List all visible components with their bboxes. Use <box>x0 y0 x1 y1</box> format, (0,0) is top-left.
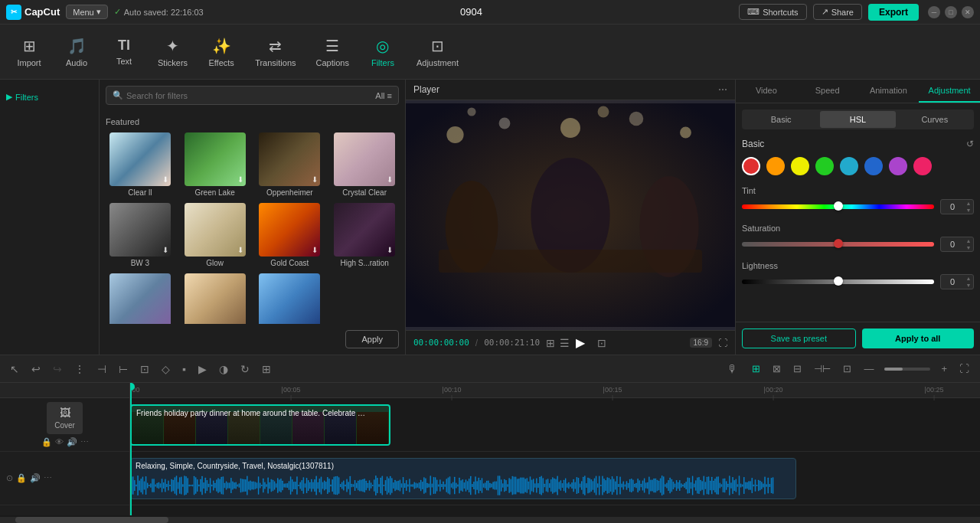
rotate-button[interactable]: ↻ <box>237 361 253 378</box>
video-clip[interactable]: Friends holiday party dinner at home aro… <box>130 404 390 446</box>
grid-view-icon[interactable]: ⊞ <box>546 337 555 349</box>
filter-item-crystalclear[interactable]: ⬇ Crystal Clear <box>330 132 399 197</box>
tl-btn-5[interactable]: ⊡ <box>838 361 856 377</box>
filter-item-extra1[interactable] <box>106 273 175 324</box>
filter-item-extra2[interactable] <box>181 273 250 324</box>
filters-section-header[interactable]: ▶ Filters <box>6 89 93 105</box>
saturation-decrement[interactable]: ▼ <box>964 244 973 251</box>
color-dot-cyan[interactable] <box>840 157 858 175</box>
saturation-track[interactable] <box>742 242 934 247</box>
stabilize-button[interactable]: ◇ <box>158 361 174 378</box>
tool-import[interactable]: ⊞ Import <box>6 32 52 72</box>
apply-button[interactable]: Apply <box>345 330 399 348</box>
player-menu-icon[interactable]: ⋯ <box>718 84 727 95</box>
lightness-value-input[interactable] <box>941 276 964 288</box>
tab-adjustment[interactable]: Adjustment <box>919 80 980 103</box>
export-button[interactable]: Export <box>868 4 919 21</box>
reset-icon[interactable]: ↺ <box>966 139 974 149</box>
audio-mute-icon[interactable]: 🔒 <box>16 473 27 483</box>
color-dot-yellow[interactable] <box>791 157 809 175</box>
saturation-increment[interactable]: ▲ <box>964 237 973 244</box>
color-dot-pink[interactable] <box>913 157 932 175</box>
apply-all-button[interactable]: Apply to all <box>862 329 975 348</box>
aspect-ratio-badge[interactable]: 16:9 <box>690 338 712 348</box>
tool-filters[interactable]: ◎ Filters <box>360 32 406 72</box>
horizontal-scrollbar[interactable] <box>0 517 980 523</box>
color-dot-red[interactable] <box>742 157 760 175</box>
lightness-decrement[interactable]: ▼ <box>964 282 973 289</box>
fullscreen-icon[interactable]: ⛶ <box>718 338 727 348</box>
filter-item-greenlake[interactable]: ⬇ Green Lake <box>181 132 250 197</box>
filter-search-input[interactable] <box>126 91 369 100</box>
save-preset-button[interactable]: Save as preset <box>742 329 856 348</box>
filter-item-clearii[interactable]: ⬇ Clear ll <box>106 132 175 197</box>
filter-item-glow[interactable]: ⬇ Glow <box>181 203 250 267</box>
volume-icon[interactable]: 🔊 <box>67 437 77 447</box>
redo-button[interactable]: ↪ <box>49 361 66 378</box>
saturation-thumb[interactable] <box>834 239 843 248</box>
tool-text[interactable]: TI Text <box>101 33 147 70</box>
tool-captions[interactable]: ☰ Captions <box>307 32 358 72</box>
tool-stickers[interactable]: ✦ Stickers <box>149 32 197 72</box>
tab-video[interactable]: Video <box>736 80 797 103</box>
filter-item-bw3[interactable]: ⬇ BW 3 <box>106 203 175 267</box>
hsl-tab-basic[interactable]: Basic <box>743 111 818 128</box>
tool-transitions[interactable]: ⇄ Transitions <box>246 32 305 72</box>
audio-clip[interactable]: Relaxing, Simple, Countryside, Travel, N… <box>130 458 796 499</box>
split-button[interactable]: ⋮ <box>70 361 89 378</box>
split-right-button[interactable]: ⊢ <box>115 361 132 378</box>
tl-fullscreen[interactable]: ⛶ <box>955 361 974 377</box>
undo-button[interactable]: ↩ <box>28 361 44 378</box>
filter-item-highsat[interactable]: ⬇ High S...ration <box>330 203 399 267</box>
color-dot-blue[interactable] <box>864 157 883 175</box>
cover-button[interactable]: 🖼 Cover <box>47 402 83 434</box>
transform-button[interactable]: ⊞ <box>258 361 275 378</box>
tab-animation[interactable]: Animation <box>858 80 920 103</box>
eye-icon[interactable]: 👁 <box>55 437 64 447</box>
zoom-in-button[interactable]: + <box>936 361 952 377</box>
delete-button[interactable]: ⊡ <box>136 361 153 378</box>
color-dot-green[interactable] <box>815 157 834 175</box>
lock-icon[interactable]: 🔒 <box>41 437 52 447</box>
list-view-icon[interactable]: ☰ <box>560 337 570 349</box>
saturation-value-input[interactable] <box>941 238 964 250</box>
lightness-increment[interactable]: ▲ <box>964 275 973 282</box>
tool-audio[interactable]: 🎵 Audio <box>54 32 100 72</box>
filter-item-goldcoast[interactable]: ⬇ Gold Coast <box>256 203 325 267</box>
shortcuts-button[interactable]: ⌨ Shortcuts <box>739 4 806 20</box>
share-button[interactable]: ↗ Share <box>813 4 862 20</box>
timeline-content[interactable]: |00:00 |00:05 |00:10 |00:15 |00:20 |00:2… <box>130 383 980 515</box>
crop-button[interactable]: ▪ <box>178 361 190 378</box>
lightness-track[interactable] <box>742 279 934 284</box>
audio-volume-icon[interactable]: 🔊 <box>30 473 41 483</box>
hsl-tab-hsl[interactable]: HSL <box>820 111 895 128</box>
tl-btn-3[interactable]: ⊟ <box>789 361 806 377</box>
tl-btn-2[interactable]: ⊠ <box>768 361 786 377</box>
tint-track[interactable] <box>742 204 934 209</box>
tint-decrement[interactable]: ▼ <box>964 207 973 214</box>
color-button[interactable]: ◑ <box>215 361 232 378</box>
tint-increment[interactable]: ▲ <box>964 200 973 207</box>
scrollbar-thumb[interactable] <box>15 517 168 523</box>
timeline-zoom-slider[interactable] <box>884 368 930 371</box>
split-left-button[interactable]: ⊣ <box>93 361 110 378</box>
color-dot-orange[interactable] <box>766 157 785 175</box>
tint-thumb[interactable] <box>834 201 843 211</box>
filter-item-oppenheimer[interactable]: ⬇ Oppenheimer <box>256 132 325 197</box>
tl-btn-1[interactable]: ⊞ <box>747 361 765 377</box>
filter-all-tab[interactable]: All ≡ <box>372 91 392 100</box>
zoom-out-button[interactable]: — <box>859 361 878 377</box>
tab-speed[interactable]: Speed <box>797 80 858 103</box>
audio-more-icon[interactable]: ⋯ <box>44 473 52 483</box>
minimize-button[interactable]: ─ <box>928 6 940 18</box>
play-button[interactable]: ▶ <box>576 335 585 350</box>
maximize-button[interactable]: □ <box>945 6 957 18</box>
more-icon[interactable]: ⋯ <box>80 437 89 447</box>
mic-button[interactable]: 🎙 <box>723 361 743 378</box>
hsl-tab-curves[interactable]: Curves <box>897 111 972 128</box>
speed-button[interactable]: ▶ <box>194 361 211 378</box>
tool-adjustment[interactable]: ⊡ Adjustment <box>407 32 468 72</box>
lightness-thumb[interactable] <box>834 276 843 286</box>
color-dot-purple[interactable] <box>889 157 907 175</box>
tool-effects[interactable]: ✨ Effects <box>198 32 244 72</box>
